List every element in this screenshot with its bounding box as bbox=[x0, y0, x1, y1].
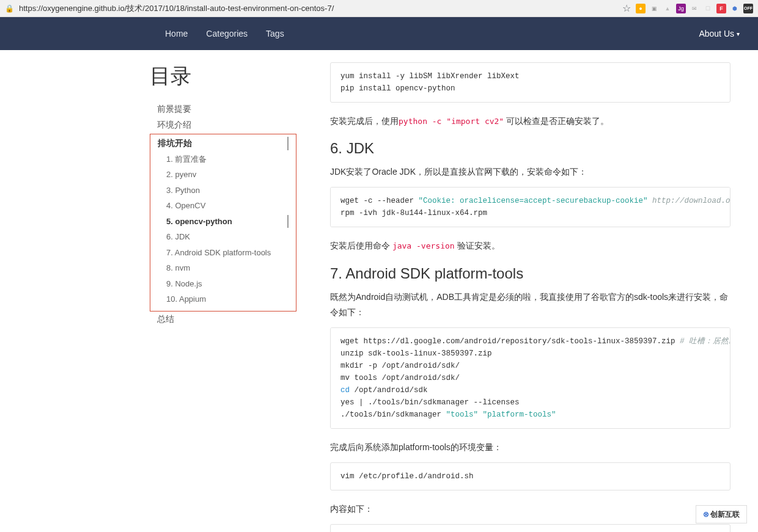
ext-icon-4[interactable]: Jg bbox=[676, 4, 686, 13]
toc-title: 目录 bbox=[150, 62, 296, 90]
paragraph: 安装后使用命令 java -version 验证安装。 bbox=[330, 238, 730, 253]
paragraph: 完成后向系统添加platform-tools的环境变量： bbox=[330, 440, 730, 455]
toc-item[interactable]: 9. Node.js bbox=[150, 276, 296, 292]
toc-item[interactable]: 环境介绍 bbox=[150, 117, 296, 133]
ext-icon-1[interactable]: ● bbox=[636, 4, 646, 13]
paragraph: 既然为Android自动测试机，ADB工具肯定是必须的啦，我直接使用了谷歌官方的… bbox=[330, 290, 730, 320]
ext-icon-6[interactable]: ☐ bbox=[703, 4, 713, 13]
ext-icon-7[interactable]: F bbox=[716, 4, 726, 13]
paragraph: 安装完成后，使用python -c "import cv2" 可以检查是否正确安… bbox=[330, 114, 730, 129]
main-nav: Home Categories Tags About Us ▾ bbox=[0, 17, 758, 50]
toc-item[interactable]: 6. JDK bbox=[150, 229, 296, 245]
article-content: yum install -y libSM libXrender libXext … bbox=[296, 50, 749, 532]
code-block-opencv-install[interactable]: yum install -y libSM libXrender libXext … bbox=[330, 62, 730, 103]
toc-item-active-section[interactable]: 排坑开始 bbox=[150, 136, 296, 151]
inline-code: java -version bbox=[392, 241, 455, 250]
toc-item-current[interactable]: 5. opencv-python bbox=[150, 214, 296, 230]
paragraph: 内容如下： bbox=[330, 501, 730, 517]
nav-categories[interactable]: Categories bbox=[206, 29, 248, 38]
nav-tags[interactable]: Tags bbox=[266, 29, 284, 38]
toc-item[interactable]: 1. 前置准备 bbox=[150, 151, 296, 167]
footer-logo[interactable]: ⊗ 创新互联 bbox=[696, 505, 747, 523]
extension-icons: ● ▣ ▲ Jg ✉ ☐ F ⬢ OFF bbox=[636, 4, 753, 13]
ext-icon-2[interactable]: ▣ bbox=[649, 4, 659, 13]
chevron-down-icon: ▾ bbox=[737, 31, 740, 37]
toc-item[interactable]: 前景提要 bbox=[150, 101, 296, 117]
toc-item[interactable]: 总结 bbox=[150, 312, 296, 327]
toc-item[interactable]: 10. Appium bbox=[150, 291, 296, 307]
ext-icon-8[interactable]: ⬢ bbox=[730, 4, 740, 13]
ext-icon-9[interactable]: OFF bbox=[743, 4, 753, 13]
lock-icon: 🔒 bbox=[5, 4, 14, 13]
nav-home[interactable]: Home bbox=[165, 29, 188, 38]
code-block-jdk-install[interactable]: wget -c --header "Cookie: oraclelicense=… bbox=[330, 187, 730, 227]
toc-item[interactable]: 8. nvm bbox=[150, 260, 296, 276]
toc-item[interactable]: 7. Android SDK platform-tools bbox=[150, 245, 296, 261]
code-block-vim[interactable]: vim /etc/profile.d/android.sh bbox=[330, 462, 730, 490]
toc-item[interactable]: 3. Python bbox=[150, 183, 296, 199]
browser-address-bar: 🔒 https://oxygenengine.github.io/技术/2017… bbox=[0, 0, 758, 17]
paragraph: JDK安装了Oracle JDK，所以是直接从官网下载的，安装命令如下： bbox=[330, 164, 730, 180]
toc-item[interactable]: 2. pyenv bbox=[150, 167, 296, 183]
nav-about[interactable]: About Us ▾ bbox=[699, 29, 740, 38]
toc-highlight-box: 排坑开始 1. 前置准备 2. pyenv 3. Python 4. OpenC… bbox=[150, 134, 296, 312]
heading-jdk: 6. JDK bbox=[330, 140, 730, 157]
ext-icon-5[interactable]: ✉ bbox=[690, 4, 699, 13]
code-block-android-env[interactable]: ANDROID_SDK_PATH="/opt/android/sdk" expo… bbox=[330, 524, 730, 532]
url-text[interactable]: https://oxygenengine.github.io/技术/2017/1… bbox=[19, 3, 617, 14]
heading-android-sdk: 7. Android SDK platform-tools bbox=[330, 265, 730, 282]
inline-code: python -c "import cv2" bbox=[399, 117, 504, 126]
toc-item[interactable]: 4. OpenCV bbox=[150, 198, 296, 214]
ext-icon-3[interactable]: ▲ bbox=[663, 4, 672, 13]
code-block-android-sdk[interactable]: wget https://dl.google.com/android/repos… bbox=[330, 327, 730, 429]
toc-sidebar: 目录 前景提要 环境介绍 排坑开始 1. 前置准备 2. pyenv 3. Py… bbox=[0, 50, 296, 532]
star-icon[interactable]: ☆ bbox=[622, 2, 631, 14]
